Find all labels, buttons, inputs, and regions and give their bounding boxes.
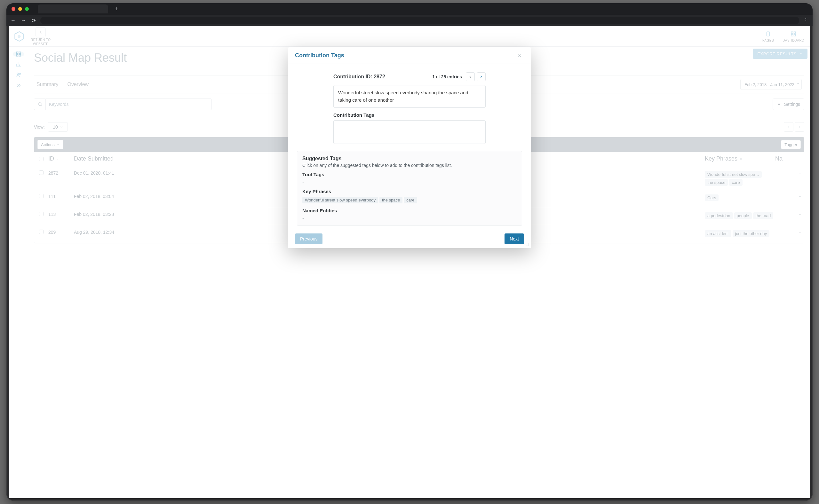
contribution-tags-label: Contribution Tags — [333, 112, 486, 118]
browser-tab-strip: + — [6, 3, 813, 15]
contribution-id-label: Contribution ID: 2872 — [333, 74, 385, 80]
entry-current: 1 — [432, 74, 435, 79]
named-entities-value: - — [302, 215, 517, 221]
browser-forward-button[interactable]: → — [20, 17, 27, 24]
window-close-icon[interactable] — [12, 7, 15, 11]
suggested-tag-chip[interactable]: the space — [379, 197, 402, 203]
browser-menu-button[interactable]: ⋮ — [802, 17, 809, 24]
entries-counter: 1 of 25 entries — [432, 74, 462, 79]
previous-button[interactable]: Previous — [295, 233, 322, 244]
browser-back-button[interactable]: ← — [10, 17, 17, 24]
browser-reload-button[interactable]: ⟳ — [30, 17, 37, 24]
browser-tab[interactable] — [38, 4, 108, 13]
window-maximize-icon[interactable] — [25, 7, 29, 11]
window-minimize-icon[interactable] — [18, 7, 22, 11]
suggested-tags-panel: Suggested Tags Click on any of the sugge… — [297, 151, 522, 226]
contribution-tags-modal: Contribution Tags Contribution ID: 2872 … — [288, 47, 531, 248]
device-frame: + ← → ⟳ ⋮ RETURN TO WEBSITE — [6, 3, 813, 501]
chevron-left-icon — [469, 75, 472, 79]
chevron-right-icon — [479, 75, 483, 79]
contribution-tags-input[interactable] — [333, 120, 486, 144]
suggested-tag-chip[interactable]: care — [404, 197, 417, 203]
suggested-tag-chip[interactable]: Wonderful street slow speed everbody — [302, 197, 378, 203]
modal-title: Contribution Tags — [295, 52, 344, 59]
tool-tags-title: Tool Tags — [302, 172, 517, 177]
contribution-text: Wonderful street slow speed everbody sha… — [333, 85, 486, 108]
named-entities-title: Named Entities — [302, 208, 517, 213]
browser-url-input[interactable] — [40, 17, 799, 24]
next-button[interactable]: Next — [505, 233, 524, 244]
app-viewport: RETURN TO WEBSITE PAGES DASHBOARD — [9, 26, 810, 498]
modal-close-button[interactable] — [515, 51, 524, 60]
previous-button-label: Previous — [300, 236, 317, 241]
next-button-label: Next — [510, 236, 519, 241]
key-phrases-title: Key Phrases — [302, 189, 517, 194]
entry-next-button[interactable] — [477, 72, 486, 81]
entries-total: 25 entries — [441, 74, 462, 79]
entries-of: of — [436, 74, 440, 79]
browser-address-bar: ← → ⟳ ⋮ — [6, 15, 813, 26]
suggested-tags-subtitle: Click on any of the suggested tags below… — [302, 163, 517, 168]
close-icon — [517, 53, 522, 58]
suggested-tags-title: Suggested Tags — [302, 156, 517, 161]
resize-handle-icon[interactable] — [526, 243, 529, 246]
tool-tags-value: - — [302, 179, 517, 185]
entry-prev-button[interactable] — [466, 72, 475, 81]
new-tab-button[interactable]: + — [113, 5, 120, 12]
